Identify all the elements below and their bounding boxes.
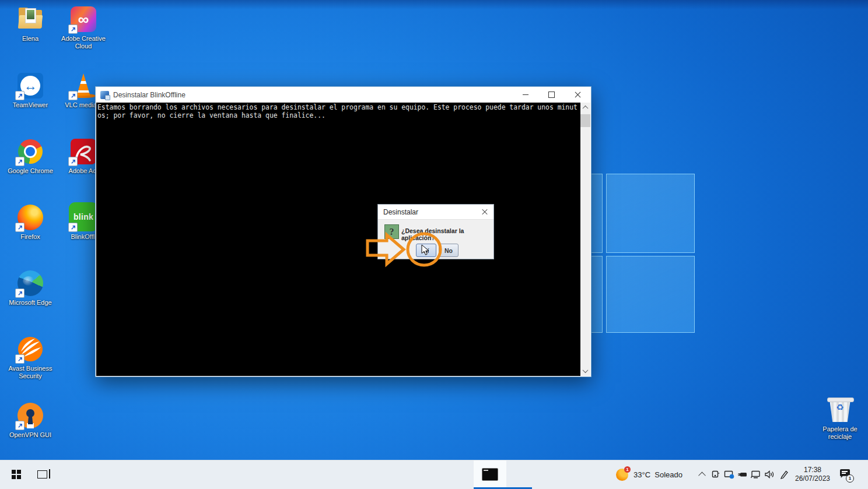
taskbar-console-app-button[interactable] bbox=[474, 460, 506, 488]
tray-security-button[interactable] bbox=[723, 460, 736, 488]
desktop: Elena ∞ Adobe Creative Cloud ↔ TeamViewe… bbox=[0, 0, 868, 489]
icon-label: Adobe Creative Cloud bbox=[57, 35, 110, 50]
dialog-message: ¿Desea desinstalar la aplicación? bbox=[401, 227, 490, 241]
shortcut-arrow-icon bbox=[15, 223, 24, 232]
tray-usb-button[interactable] bbox=[736, 460, 749, 488]
start-button[interactable] bbox=[5, 460, 28, 488]
scrollbar[interactable] bbox=[580, 103, 590, 376]
shortcut-arrow-icon bbox=[15, 157, 24, 166]
installer-app-icon bbox=[100, 91, 109, 99]
desktop-icon-recycle-bin[interactable]: ♻ Papelera de reciclaje bbox=[814, 396, 866, 441]
shortcut-arrow-icon bbox=[15, 91, 24, 100]
windows-start-icon bbox=[12, 470, 21, 479]
console-app-icon bbox=[482, 468, 498, 481]
desktop-icon-avast[interactable]: Avast Business Security bbox=[4, 336, 57, 380]
shortcut-arrow-icon bbox=[15, 354, 24, 364]
weather-condition: Soleado bbox=[654, 470, 682, 479]
shortcut-arrow-icon bbox=[68, 157, 78, 166]
adobe-cc-icon: ∞ bbox=[70, 6, 97, 33]
question-icon: ? bbox=[384, 224, 399, 239]
minimize-button[interactable] bbox=[512, 87, 538, 103]
desktop-icon-teamviewer[interactable]: ↔ TeamViewer bbox=[4, 72, 57, 109]
taskbar-clock[interactable]: 17:38 26/07/2023 bbox=[791, 460, 834, 488]
speaker-icon bbox=[764, 470, 775, 479]
console-line: Estamos borrando los archivos necesarios… bbox=[97, 103, 580, 111]
chrome-icon bbox=[17, 138, 44, 165]
console-output: Estamos borrando los archivos necesarios… bbox=[96, 103, 580, 376]
uninstaller-console-window: Desinstalar BlinkOffline Estamos borrand… bbox=[95, 86, 592, 377]
dialog-titlebar[interactable]: Desinstalar bbox=[378, 205, 494, 220]
openvpn-icon bbox=[17, 402, 44, 429]
tray-expand-button[interactable] bbox=[695, 460, 708, 488]
windows-logo-pane bbox=[606, 256, 695, 333]
task-view-icon bbox=[37, 470, 47, 479]
desktop-icon-adobe-creative-cloud[interactable]: ∞ Adobe Creative Cloud bbox=[57, 6, 110, 50]
vlc-icon bbox=[70, 72, 97, 99]
task-view-button[interactable] bbox=[30, 460, 54, 488]
yes-button[interactable]: Sí bbox=[416, 244, 436, 257]
desktop-icon-elena[interactable]: Elena bbox=[4, 6, 57, 43]
sun-icon: 1 bbox=[616, 469, 628, 481]
shortcut-arrow-icon bbox=[15, 289, 24, 298]
icon-label: Avast Business Security bbox=[4, 365, 57, 380]
clock-date: 26/07/2023 bbox=[795, 474, 830, 483]
taskbar: 1 33°C Soleado bbox=[0, 460, 868, 489]
recycle-bin-icon: ♻ bbox=[827, 396, 853, 423]
network-display-icon bbox=[751, 470, 761, 479]
shortcut-arrow-icon bbox=[15, 421, 24, 430]
device-icon bbox=[711, 470, 720, 479]
maximize-button[interactable] bbox=[538, 87, 565, 103]
pen-icon bbox=[779, 470, 789, 479]
dialog-title: Desinstalar bbox=[383, 208, 418, 216]
weather-badge: 1 bbox=[624, 466, 631, 473]
chevron-up-icon bbox=[698, 472, 706, 479]
tray-pen-button[interactable] bbox=[778, 460, 790, 488]
icon-label: Elena bbox=[4, 35, 57, 43]
tray-network-button[interactable] bbox=[750, 460, 762, 488]
teamviewer-icon: ↔ bbox=[17, 72, 44, 99]
tray-device-button[interactable] bbox=[709, 460, 722, 488]
clock-time: 17:38 bbox=[804, 466, 821, 474]
shortcut-arrow-icon bbox=[68, 24, 78, 34]
desktop-icon-google-chrome[interactable]: Google Chrome bbox=[4, 138, 57, 175]
no-button[interactable]: No bbox=[439, 244, 459, 257]
scroll-up-icon[interactable] bbox=[580, 103, 590, 112]
edge-icon bbox=[17, 270, 44, 297]
monitor-blue-dot-icon bbox=[724, 470, 734, 479]
shortcut-arrow-icon bbox=[68, 91, 78, 100]
scroll-down-icon[interactable] bbox=[580, 366, 590, 376]
window-title: Desinstalar BlinkOffline bbox=[113, 91, 186, 99]
weather-widget[interactable]: 1 33°C Soleado bbox=[616, 460, 682, 488]
console-line: os; por favor, no cierre la ventana hast… bbox=[97, 111, 580, 119]
avast-icon bbox=[17, 336, 44, 363]
acrobat-icon bbox=[70, 138, 97, 165]
blink-icon: blink bbox=[70, 204, 97, 231]
close-button[interactable] bbox=[565, 87, 591, 103]
desktop-icon-openvpn[interactable]: OpenVPN GUI bbox=[4, 402, 57, 439]
icon-label: TeamViewer bbox=[4, 101, 57, 109]
desktop-icon-microsoft-edge[interactable]: Microsoft Edge bbox=[4, 270, 57, 307]
scrollbar-thumb[interactable] bbox=[580, 114, 590, 127]
action-center-badge: 1 bbox=[846, 474, 854, 483]
desktop-icon-firefox[interactable]: Firefox bbox=[4, 204, 57, 241]
icon-label: OpenVPN GUI bbox=[4, 431, 57, 439]
icon-label: Google Chrome bbox=[4, 167, 57, 175]
weather-temp: 33°C bbox=[634, 470, 650, 479]
folder-icon bbox=[17, 6, 44, 33]
windows-logo-pane bbox=[606, 174, 695, 253]
icon-label: Firefox bbox=[4, 233, 57, 241]
icon-label: Microsoft Edge bbox=[4, 299, 57, 307]
firefox-icon bbox=[17, 204, 44, 231]
usb-drive-icon bbox=[737, 470, 748, 479]
icon-label: Papelera de reciclaje bbox=[814, 425, 866, 441]
window-titlebar[interactable]: Desinstalar BlinkOffline bbox=[96, 87, 591, 103]
dialog-close-button[interactable] bbox=[476, 205, 494, 219]
tray-volume-button[interactable] bbox=[763, 460, 776, 488]
shortcut-arrow-icon bbox=[68, 223, 78, 232]
